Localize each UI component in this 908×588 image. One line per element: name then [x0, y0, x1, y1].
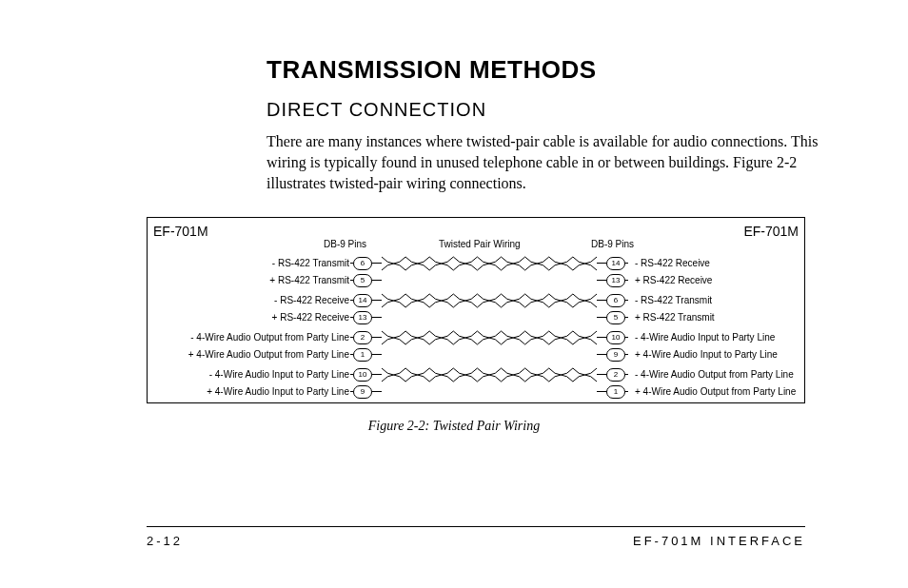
- signal-label-right: + 4-Wire Audio Output from Party Line: [635, 384, 806, 400]
- pin-number-right: 6: [606, 294, 625, 307]
- wire-stub: [625, 391, 628, 392]
- wire-stub: [625, 317, 628, 318]
- pin-number-right: 10: [606, 331, 625, 344]
- page: Transmission Methods Direct Connection T…: [0, 0, 908, 588]
- wiring-diagram: EF-701M EF-701M DB-9 Pins Twisted Pair W…: [147, 217, 805, 403]
- wire-stub: [372, 337, 382, 338]
- wire-stub: [372, 263, 382, 264]
- wiring-row: + RS-422 Transmit513+ RS-422 Receive: [148, 273, 804, 288]
- signal-label-left: + 4-Wire Audio Output from Party Line: [149, 347, 349, 363]
- page-number: 2-12: [147, 534, 183, 548]
- pin-number-left: 2: [353, 331, 372, 344]
- signal-label-right: - RS-422 Transmit: [635, 293, 806, 308]
- pin-number-left: 13: [353, 311, 372, 324]
- wire-stub: [597, 337, 606, 338]
- wire-stub: [597, 374, 606, 375]
- wire-stub: [625, 337, 628, 338]
- signal-label-right: + RS-422 Transmit: [635, 310, 806, 325]
- wiring-row: + RS-422 Receive135+ RS-422 Transmit: [148, 310, 804, 325]
- signal-label-left: + RS-422 Transmit: [149, 273, 349, 288]
- wire-stub: [625, 280, 628, 281]
- pin-number-left: 1: [353, 348, 372, 362]
- wire-stub: [372, 354, 382, 355]
- signal-label-right: - 4-Wire Audio Input to Party Line: [635, 330, 806, 345]
- twisted-pair-icon: [382, 363, 597, 386]
- device-label-right: EF-701M: [743, 224, 799, 239]
- signal-label-left: + RS-422 Receive: [149, 310, 349, 325]
- wire-stub: [597, 280, 606, 281]
- signal-label-right: + RS-422 Receive: [635, 273, 806, 288]
- wire-stub: [372, 374, 382, 375]
- wire-stub: [597, 317, 606, 318]
- pin-number-left: 10: [353, 368, 372, 382]
- figure-caption: Figure 2-2: Twisted Pair Wiring: [0, 419, 908, 434]
- wire-stub: [597, 354, 606, 355]
- wire-stub: [625, 374, 628, 375]
- wire-stub: [625, 263, 628, 264]
- pin-number-right: 5: [606, 311, 625, 324]
- section-subtitle: Direct Connection: [266, 99, 486, 121]
- db9-pins-header-left: DB-9 Pins: [324, 239, 366, 249]
- wiring-row: + 4-Wire Audio Input to Party Line91+ 4-…: [148, 384, 804, 400]
- wiring-row: + 4-Wire Audio Output from Party Line19+…: [148, 347, 804, 363]
- pin-number-right: 14: [606, 257, 625, 270]
- pin-number-right: 13: [606, 274, 625, 287]
- pin-number-right: 9: [606, 348, 625, 362]
- signal-label-left: + 4-Wire Audio Input to Party Line: [149, 384, 349, 400]
- wire-stub: [372, 317, 382, 318]
- pin-number-right: 1: [606, 385, 625, 399]
- twisted-pair-icon: [382, 326, 597, 349]
- signal-label-right: + 4-Wire Audio Input to Party Line: [635, 347, 806, 363]
- twisted-pair-header: Twisted Pair Wiring: [439, 239, 521, 249]
- signal-label-left: - 4-Wire Audio Input to Party Line: [149, 367, 349, 382]
- wire-stub: [372, 280, 382, 281]
- signal-label-right: - RS-422 Receive: [635, 256, 806, 271]
- twisted-pair-icon: [382, 252, 597, 275]
- pin-number-left: 5: [353, 274, 372, 287]
- signal-label-left: - RS-422 Transmit: [149, 256, 349, 271]
- wire-stub: [597, 263, 606, 264]
- wire-stub: [372, 391, 382, 392]
- footer-product-name: EF-701M INTERFACE: [633, 534, 805, 548]
- section-title: Transmission Methods: [266, 55, 597, 85]
- pin-number-left: 9: [353, 385, 372, 399]
- pin-number-left: 14: [353, 294, 372, 307]
- footer-rule: [147, 526, 805, 527]
- wire-stub: [597, 300, 606, 301]
- wire-stub: [597, 391, 606, 392]
- pin-number-left: 6: [353, 257, 372, 270]
- db9-pins-header-right: DB-9 Pins: [591, 239, 634, 249]
- signal-label-right: - 4-Wire Audio Output from Party Line: [635, 367, 806, 382]
- twisted-pair-icon: [382, 289, 597, 312]
- wire-stub: [625, 354, 628, 355]
- wire-stub: [625, 300, 628, 301]
- signal-label-left: - RS-422 Receive: [149, 293, 349, 308]
- pin-number-right: 2: [606, 368, 625, 382]
- device-label-left: EF-701M: [153, 224, 208, 239]
- signal-label-left: - 4-Wire Audio Output from Party Line: [149, 330, 349, 345]
- body-paragraph: There are many instances where twisted-p…: [266, 131, 819, 194]
- wire-stub: [372, 300, 382, 301]
